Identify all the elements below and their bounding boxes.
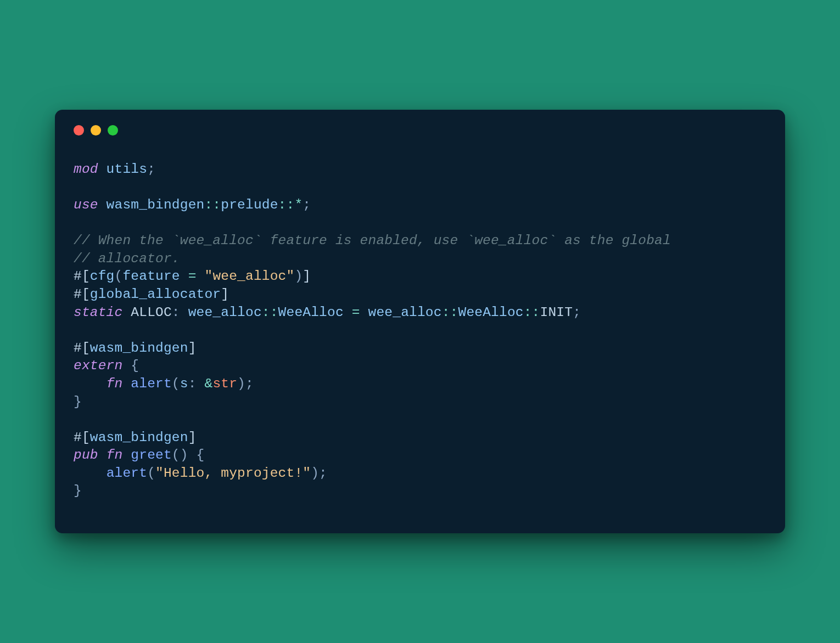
path-separator: ::: [262, 305, 278, 320]
path-wee-alloc: wee_alloc: [188, 305, 262, 320]
space: [98, 448, 107, 462]
global-allocator: global_allocator: [90, 287, 221, 302]
keyword-fn: fn: [107, 448, 123, 462]
const-init: INIT: [540, 305, 573, 320]
attribute-close: ]: [188, 341, 197, 356]
wasm-bindgen: wasm_bindgen: [90, 430, 188, 445]
feature: feature: [122, 269, 188, 284]
colon: :: [188, 376, 205, 391]
ident-utils: utils: [98, 162, 147, 177]
equals: =: [344, 305, 368, 320]
keyword-mod: mod: [74, 162, 98, 177]
keyword-fn: fn: [107, 376, 123, 391]
type-weealloc: WeeAlloc: [278, 305, 344, 320]
brace-close: }: [74, 394, 82, 409]
parens: (): [172, 448, 188, 462]
paren-open: (: [115, 269, 123, 284]
brace-open: {: [122, 358, 139, 373]
path-wee-alloc: wee_alloc: [368, 305, 442, 320]
keyword-extern: extern: [74, 358, 122, 373]
maximize-icon[interactable]: [108, 125, 118, 136]
path-prelude: prelude: [221, 198, 278, 212]
attribute-open: #[: [74, 430, 90, 445]
type-str: str: [212, 376, 237, 391]
colon: :: [172, 305, 188, 320]
attribute-open: #[: [74, 341, 90, 356]
glob-star: *: [294, 198, 303, 212]
paren-close: ): [311, 466, 319, 481]
code-window: mod utils; use wasm_bindgen::prelude::*;…: [55, 110, 785, 533]
string-literal: "Hello, myproject!": [155, 466, 311, 481]
close-icon[interactable]: [74, 125, 84, 136]
path-separator: ::: [204, 198, 221, 212]
code-block: mod utils; use wasm_bindgen::prelude::*;…: [74, 161, 766, 500]
semicolon: ;: [319, 466, 327, 481]
attribute-close: ]: [188, 430, 197, 445]
attribute-close: ]: [303, 269, 311, 284]
type-weealloc: WeeAlloc: [458, 305, 523, 320]
paren-open: (: [172, 376, 180, 391]
attribute-close: ]: [221, 287, 229, 302]
indent: [74, 376, 107, 391]
path-wasm-bindgen: wasm_bindgen: [98, 198, 205, 212]
paren-close: ): [294, 269, 303, 284]
semicolon: ;: [573, 305, 581, 320]
attribute-open: #[: [74, 287, 90, 302]
fn-greet: greet: [122, 448, 171, 462]
comment-line: // When the `wee_alloc` feature is enabl…: [74, 233, 671, 248]
brace-close: }: [74, 483, 82, 498]
keyword-pub: pub: [74, 448, 98, 462]
minimize-icon[interactable]: [91, 125, 101, 136]
semicolon: ;: [303, 198, 311, 212]
comment-line: // allocator.: [74, 251, 180, 266]
const-alloc: ALLOC: [122, 305, 171, 320]
paren-open: (: [147, 466, 155, 481]
indent: [74, 466, 107, 481]
fn-alert: alert: [122, 376, 171, 391]
brace-open: {: [188, 448, 205, 462]
ampersand: &: [204, 376, 212, 391]
semicolon: ;: [245, 376, 254, 391]
fn-call-alert: alert: [107, 466, 148, 481]
wasm-bindgen: wasm_bindgen: [90, 341, 188, 356]
path-separator: ::: [524, 305, 540, 320]
attribute-open: #[: [74, 269, 90, 284]
semicolon: ;: [147, 162, 155, 177]
equals: =: [188, 269, 205, 284]
string-literal: "wee_alloc": [204, 269, 294, 284]
path-separator: ::: [278, 198, 295, 212]
cfg: cfg: [90, 269, 115, 284]
path-separator: ::: [442, 305, 458, 320]
param-s: s: [180, 376, 188, 391]
keyword-static: static: [74, 305, 122, 320]
paren-close: ): [237, 376, 245, 391]
keyword-use: use: [74, 198, 98, 212]
window-titlebar: [74, 125, 766, 136]
